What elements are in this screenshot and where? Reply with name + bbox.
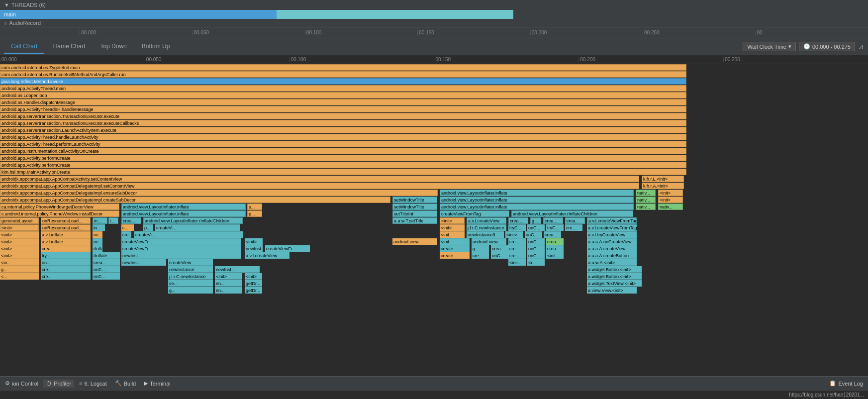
flame-bar[interactable]: androidx.appcompat.app.AppCompatDelegate… [0, 183, 639, 189]
flame-bar-teal[interactable]: onC... [527, 238, 545, 245]
flame-bar[interactable]: com.android.internal.os.ZygoteInit.main [0, 64, 686, 71]
flame-bar-teal[interactable]: ne... [93, 238, 102, 245]
flame-bar[interactable]: android.app.ActivityThread$H.handleMessa… [0, 106, 686, 112]
flame-bar[interactable]: <init... [440, 231, 465, 238]
flame-bar[interactable]: <init> [658, 197, 683, 203]
flame-bar-teal[interactable]: a.v.LcreateView [245, 252, 289, 259]
flame-bar[interactable]: androidx.appcompat.app.AppCompatDelegate… [0, 190, 438, 196]
flame-bar-teal[interactable]: crea... [508, 217, 528, 224]
flame-bar-teal[interactable]: crea... [565, 217, 585, 224]
flame-bar-teal[interactable]: getDr... [245, 280, 262, 287]
flame-bar-teal[interactable]: a.v.LcreateViewFromTag [587, 217, 637, 224]
flame-bar-teal[interactable]: cre... [508, 238, 526, 245]
flame-bar-teal[interactable]: newInstance0 [467, 231, 504, 238]
flame-bar-teal[interactable]: setWindowTitle [392, 203, 437, 210]
flame-bar[interactable]: android.os.Handler.dispatchMessage [0, 99, 686, 105]
flame-bar-teal[interactable]: en... [215, 287, 242, 294]
flame-bar-teal[interactable]: android.view.LayoutInflater.inflate [440, 197, 634, 203]
flame-bar[interactable]: p... [247, 210, 262, 217]
flame-bar-teal[interactable]: a.widget.Button.<init> [587, 273, 642, 280]
flame-bar-teal[interactable]: setTitleInt [392, 210, 437, 217]
flame-bar[interactable]: <init> [658, 190, 683, 196]
flame-bar[interactable]: android.app.ActivityThread.handleLaunchA… [0, 134, 686, 140]
flame-bar-teal[interactable]: android.view.LayoutInflater.inflate [121, 210, 246, 217]
flame-bar[interactable]: <init> [0, 252, 39, 259]
flame-bar-teal[interactable]: newInst... [215, 266, 260, 273]
flame-bar-teal[interactable]: en... [215, 280, 242, 287]
flame-bar-teal[interactable]: android.view.LayoutInflater.rInflateChil… [143, 217, 243, 224]
flame-bar[interactable]: android.app.Activity.performCreate [0, 155, 686, 161]
flame-bar-teal[interactable]: newInst... [245, 245, 263, 252]
toolbar-item-logcat[interactable]: ≡ 6: Logcat [76, 380, 110, 388]
flame-bar[interactable]: <init> [0, 238, 39, 245]
flame-bar-blue[interactable]: java.lang.reflect.Method.invoke [0, 78, 686, 85]
flame-bar[interactable]: ne... [93, 231, 102, 238]
flame-bar-teal[interactable]: tryC... [508, 224, 526, 231]
flame-bar[interactable]: android.app.servertransaction.Transactio… [0, 113, 686, 119]
flame-bar[interactable]: onResourcesLoad... [41, 217, 91, 224]
flame-bar-teal[interactable]: i... [108, 217, 118, 224]
flame-bar[interactable]: c.android.internal.policy.PhoneWindow.in… [0, 210, 119, 217]
flame-bar[interactable]: <init> [440, 217, 465, 224]
flame-bar-teal[interactable]: getDr... [245, 287, 262, 294]
flame-bar[interactable]: <init> [0, 245, 39, 252]
flame-bar[interactable]: <in... [0, 259, 39, 266]
flame-bar-teal[interactable]: android.view.LayoutInflater.rInflateChil… [511, 210, 633, 217]
flame-bar[interactable]: com.android.internal.os.RuntimeInit$Meth… [0, 71, 686, 78]
flame-bar[interactable]: k.h.r.A.<init> [642, 183, 684, 189]
flame-bar[interactable]: android.app.servertransaction.Transactio… [0, 120, 686, 126]
flame-bar-teal[interactable]: tryC... [546, 224, 564, 231]
flame-bar-teal[interactable]: cre... [508, 245, 526, 252]
flame-bar[interactable]: ca.internal.policy.PhoneWindow.getDecorV… [0, 203, 119, 210]
flame-bar-teal[interactable]: a.v.LtryCreateView [587, 231, 637, 238]
tab-call-chart[interactable]: Call Chart [4, 40, 44, 54]
flame-bar-teal[interactable]: newInst... [121, 259, 166, 266]
flame-bar-teal[interactable]: a.a.a.A.createButton [587, 252, 637, 259]
flame-bar[interactable]: android.view... [392, 238, 437, 245]
flame-bar-teal[interactable]: createViewFr... [121, 245, 241, 252]
flame-bar-teal[interactable]: <init... [508, 259, 526, 266]
toolbar-item-control[interactable]: ⚙ ion Control [2, 379, 41, 388]
flame-bar-teal[interactable]: cre... [472, 252, 489, 259]
flame-bar[interactable]: <init> [0, 231, 39, 238]
flame-bar-teal[interactable]: createView [168, 259, 213, 266]
flame-bar-teal[interactable]: cre... [508, 252, 526, 259]
flame-bar-teal[interactable]: try... [41, 252, 91, 259]
flame-bar-teal[interactable]: a.a.w.T.setTitle [392, 217, 437, 224]
flame-bar-teal[interactable]: <init> [245, 273, 262, 280]
flame-bar-teal[interactable]: onC... [93, 273, 120, 280]
tab-top-down[interactable]: Top Down [93, 40, 133, 54]
flame-bar-teal[interactable]: cre... [41, 266, 91, 273]
flame-bar[interactable]: android.app.servertransaction.LaunchActi… [0, 127, 686, 133]
flame-bar-teal[interactable]: g... [530, 217, 541, 224]
flame-bar-teal[interactable]: in... [93, 217, 107, 224]
flame-bar-teal[interactable]: j.l.r.C.newInstance [467, 224, 506, 231]
flame-bar-green[interactable]: nativ... [636, 197, 656, 203]
flame-bar-teal[interactable]: g... [168, 287, 213, 294]
flame-bar[interactable]: g... [0, 266, 39, 273]
flame-bar-teal[interactable]: createViewFromTag [440, 210, 509, 217]
flame-bar-teal[interactable]: <init> [505, 231, 523, 238]
flame-bar-green[interactable]: nativ... [658, 203, 683, 210]
flame-bar-teal[interactable]: createVi... [134, 231, 243, 238]
flame-bar[interactable]: c... [121, 224, 134, 231]
flame-bar[interactable]: create... [440, 252, 470, 259]
flame-bar-teal[interactable]: android.view... [472, 238, 506, 245]
flame-bar-teal[interactable]: onC... [491, 252, 508, 259]
flame-bar-teal[interactable]: crea... [93, 259, 120, 266]
toolbar-item-build[interactable]: 🔨 Build [112, 379, 139, 388]
flame-bar-teal[interactable]: cre... [41, 273, 91, 280]
flame-bar[interactable]: s... [247, 203, 262, 210]
flame-bar[interactable]: <... [0, 273, 39, 280]
event-log[interactable]: 📋 Event Log [826, 379, 866, 388]
filter-button[interactable]: ⊿ [858, 43, 864, 51]
flame-bar[interactable]: kim.hsl.rtmp.MainActivity.onCreate [0, 169, 686, 175]
flame-bar-teal[interactable]: onC... [525, 231, 542, 238]
flame-bar[interactable]: onResourcesLoad... [41, 224, 91, 231]
flame-bar-teal[interactable]: createViewFr... [121, 238, 241, 245]
toolbar-item-terminal[interactable]: ▶ Terminal [141, 379, 174, 388]
flame-bar-teal[interactable]: in... [93, 224, 105, 231]
flame-bar-teal[interactable]: a.a.w.A.<init> [587, 259, 637, 266]
flame-bar-teal[interactable]: <init... [546, 252, 564, 259]
flame-bar-teal[interactable]: android.view.LayoutInflater.inflate [440, 190, 634, 196]
